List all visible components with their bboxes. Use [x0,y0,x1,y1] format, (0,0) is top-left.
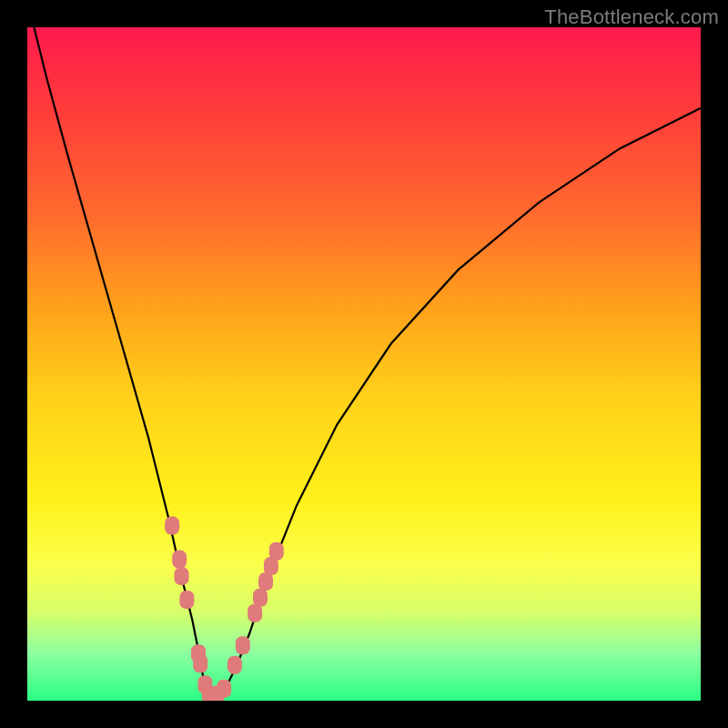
curve-marker [269,542,284,561]
curve-marker [165,517,179,535]
curve-marker [175,567,189,585]
curve-marker [217,680,231,698]
curve-marker [228,656,242,674]
chart-svg [27,27,701,701]
bottleneck-curve [34,27,701,697]
plot-area [27,27,701,701]
watermark-text: TheBottleneck.com [544,5,719,29]
curve-marker [172,551,187,569]
chart-frame: TheBottleneck.com [0,0,728,728]
curve-markers [165,517,284,701]
curve-marker [179,591,194,609]
curve-marker [236,636,250,654]
curve-marker [193,654,207,672]
curve-marker [253,589,268,607]
